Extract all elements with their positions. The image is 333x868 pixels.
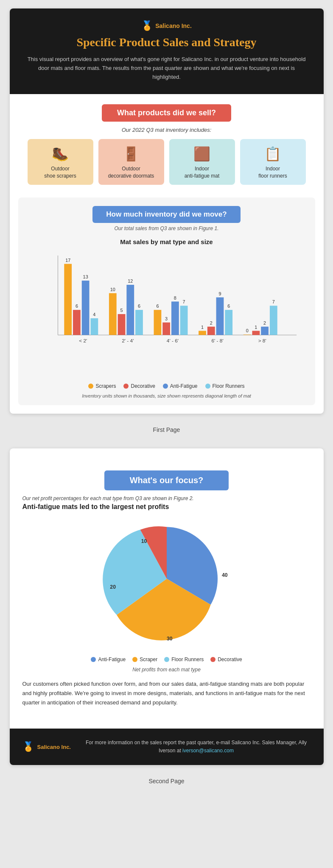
- inventory-subtitle: Our total sales from Q3 are shown in Fig…: [28, 225, 305, 231]
- pie-legend-label-runners: Floor Runners: [171, 657, 204, 662]
- legend-label-runners: Floor Runners: [213, 383, 245, 389]
- legend-dot-runners: [205, 384, 210, 389]
- bar-chart-svg: 17 6 13 4 10 5 12: [41, 251, 301, 360]
- product-card-scrapers: 🥾 Outdoorshoe scrapers: [28, 139, 93, 185]
- pie-legend-label-scraper: Scraper: [140, 657, 157, 662]
- report-title: Specific Product Sales and Strategy: [27, 36, 307, 49]
- pie-label-10: 10: [141, 538, 147, 544]
- products-section: What products did we sell? Our 2022 Q3 m…: [10, 104, 324, 193]
- svg-text:4' - 6': 4' - 6': [166, 338, 178, 344]
- bar-decorative-6to8: [207, 327, 215, 335]
- product-card-runners: 📋 Indoorfloor runners: [240, 139, 306, 185]
- pie-legend-label-decorative: Decorative: [218, 657, 242, 662]
- bar-scrapers-gt8: [243, 334, 251, 335]
- bar-antifatigue-2to4: [126, 285, 134, 335]
- legend-label-decorative: Decorative: [131, 383, 155, 389]
- header: 🏅 Salicano Inc. Specific Product Sales a…: [10, 8, 324, 94]
- bar-runners-lt2: [90, 318, 98, 335]
- svg-text:3: 3: [165, 316, 168, 321]
- svg-text:> 8': > 8': [258, 338, 266, 344]
- legend-dot-scrapers: [88, 384, 93, 389]
- legend-label-scrapers: Scrapers: [95, 383, 116, 389]
- svg-text:8: 8: [173, 295, 176, 300]
- bar-scrapers-2to4: [109, 293, 116, 335]
- footer-email-link[interactable]: iverson@salicano.com: [182, 748, 234, 754]
- runners-icon: 📋: [244, 146, 302, 162]
- scraper-icon: 🥾: [32, 146, 89, 162]
- legend-label-antifatigue: Anti-Fatigue: [170, 383, 198, 389]
- svg-text:7: 7: [182, 299, 185, 304]
- svg-text:6: 6: [227, 303, 230, 309]
- pie-legend-label-antifatigue: Anti-Fatigue: [98, 657, 126, 662]
- logo-icon: 🏅: [141, 20, 153, 31]
- pie-label-20: 20: [110, 584, 116, 590]
- inventory-section: How much inventory did we move? Our tota…: [18, 198, 315, 405]
- legend-decorative: Decorative: [123, 383, 155, 389]
- bar-scrapers-4to6: [154, 310, 161, 335]
- bar-decorative-gt8: [252, 331, 260, 335]
- svg-text:1: 1: [255, 325, 257, 330]
- svg-text:2: 2: [210, 320, 212, 326]
- svg-text:6: 6: [137, 303, 140, 309]
- doormat-icon: 🚪: [103, 146, 160, 162]
- svg-text:6' - 8': 6' - 8': [211, 338, 223, 344]
- svg-text:10: 10: [110, 287, 115, 292]
- bar-antifatigue-lt2: [81, 281, 89, 335]
- focus-body-text: Our customers often picked function over…: [22, 679, 311, 720]
- inventory-heading: How much inventory did we move?: [92, 206, 240, 223]
- svg-text:12: 12: [128, 278, 133, 284]
- pie-legend-scraper: Scraper: [132, 657, 157, 662]
- bar-antifatigue-6to8: [216, 298, 224, 335]
- bar-runners-gt8: [269, 306, 277, 335]
- bar-chart-footnote: Inventory units shown in thousands, size…: [28, 393, 305, 398]
- footer-logo-icon: 🏅: [22, 741, 34, 752]
- header-logo: 🏅 Salicano Inc.: [27, 20, 307, 31]
- report-description: This visual report provides an overview …: [27, 55, 307, 81]
- pie-legend: Anti-Fatigue Scraper Floor Runners Decor…: [91, 657, 242, 662]
- runners-name: Indoorfloor runners: [244, 165, 302, 180]
- focus-heading: What's our focus?: [104, 470, 229, 490]
- bar-antifatigue-gt8: [261, 327, 269, 335]
- focus-heading-wrap: What's our focus?: [22, 470, 311, 490]
- footer-logo: 🏅 Salicano Inc.: [22, 741, 73, 752]
- pie-dot-runners: [164, 657, 169, 662]
- footer: 🏅 Salicano Inc. For more information on …: [10, 729, 324, 765]
- pie-label-40: 40: [221, 572, 227, 578]
- svg-text:0: 0: [246, 328, 248, 333]
- page-2: What's our focus? Our net profit percent…: [10, 448, 324, 765]
- footer-contact: For more information on the sales report…: [82, 739, 311, 755]
- bar-decorative-lt2: [73, 310, 81, 335]
- inventory-heading-wrap: How much inventory did we move?: [28, 206, 305, 223]
- pie-legend-runners: Floor Runners: [164, 657, 204, 662]
- bar-antifatigue-4to6: [171, 301, 179, 335]
- pie-legend-antifatigue: Anti-Fatigue: [91, 657, 126, 662]
- bar-chart-container: 17 6 13 4 10 5 12: [28, 247, 305, 379]
- pie-chart-svg: 10 20 30 40: [95, 515, 239, 651]
- svg-text:13: 13: [83, 274, 88, 279]
- product-card-antifatigue: 🟫 Indooranti-fatigue mat: [169, 139, 235, 185]
- pie-container: 10 20 30 40 Anti-Fatigue Scraper: [22, 515, 311, 662]
- legend-runners: Floor Runners: [205, 383, 245, 389]
- legend-scrapers: Scrapers: [88, 383, 116, 389]
- svg-text:1: 1: [201, 325, 204, 330]
- svg-text:2: 2: [263, 320, 266, 326]
- page2-label: Second Page: [0, 773, 333, 791]
- company-name: Salicano Inc.: [155, 22, 192, 29]
- bar-decorative-4to6: [162, 323, 170, 335]
- antifatigue-name: Indooranti-fatigue mat: [173, 165, 231, 180]
- pie-dot-scraper: [132, 657, 137, 662]
- product-card-doormats: 🚪 Outdoordecorative doormats: [98, 139, 164, 185]
- svg-text:9: 9: [218, 291, 221, 296]
- bar-decorative-2to4: [118, 314, 125, 335]
- svg-text:4: 4: [93, 312, 95, 317]
- bar-scrapers-lt2: [64, 264, 72, 335]
- svg-text:6: 6: [75, 303, 78, 309]
- products-grid: 🥾 Outdoorshoe scrapers 🚪 Outdoordecorati…: [22, 139, 311, 185]
- scraper-name: Outdoorshoe scrapers: [32, 165, 89, 180]
- page1-label: First Page: [0, 422, 333, 440]
- doormat-name: Outdoordecorative doormats: [103, 165, 160, 180]
- bar-chart-title: Mat sales by mat type and size: [28, 238, 305, 245]
- pie-dot-decorative: [210, 657, 215, 662]
- focus-subtitle: Our net profit percentages for each mat …: [22, 495, 311, 501]
- legend-antifatigue: Anti-Fatigue: [163, 383, 198, 389]
